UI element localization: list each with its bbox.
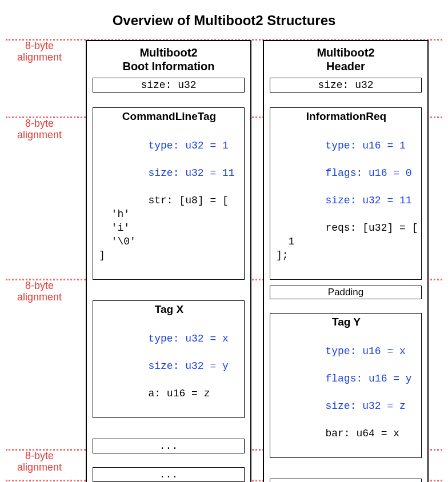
tag-body: bar: u64 = x xyxy=(325,428,399,439)
column-title: Multiboot2Header xyxy=(270,46,422,73)
tag-body: reqs: [u32] = [ 1 ]; xyxy=(276,222,418,261)
tag-body: a: u16 = z xyxy=(148,388,210,399)
tag-title: Tag X xyxy=(99,303,239,316)
page-title: Overview of Multiboot2 Structures xyxy=(0,0,448,34)
ellipsis-box: ... xyxy=(93,467,245,482)
tag-type-line: type: u16 = 1 xyxy=(325,140,405,151)
tag-title: CommandLineTag xyxy=(99,110,239,123)
ellipsis-box: ... xyxy=(93,439,245,453)
ellipsis-box: ... xyxy=(270,479,422,482)
column-boot-information: Multiboot2Boot Information size: u32 Com… xyxy=(86,40,251,482)
tag-size-line: size: u32 = z xyxy=(325,400,405,412)
tag-title: Tag Y xyxy=(276,316,417,328)
tag-flags-line: flags: u16 = y xyxy=(325,373,411,384)
tag-title: InformationReq xyxy=(276,110,417,123)
tag-type-line: type: u32 = 1 xyxy=(148,140,228,151)
tag-body: str: [u8] = [ 'h' 'i' '\0' ] xyxy=(99,195,229,261)
tag-x: Tag X type: u32 = x size: u32 = y a: u16… xyxy=(93,300,245,418)
alignment-label: 8-bytealignment xyxy=(8,118,71,140)
alignment-label: 8-bytealignment xyxy=(8,450,71,473)
alignment-label: 8-bytealignment xyxy=(8,280,71,303)
column-title: Multiboot2Boot Information xyxy=(93,46,245,73)
tag-size-line: size: u32 = y xyxy=(148,360,228,372)
tag-commandlinetag: CommandLineTag type: u32 = 1 size: u32 =… xyxy=(93,107,245,280)
diagram-stage: 8-bytealignment 8-bytealignment 8-byteal… xyxy=(0,38,448,482)
size-field: size: u32 xyxy=(270,78,422,93)
padding-box: Padding xyxy=(270,286,422,299)
tag-y: Tag Y type: u16 = x flags: u16 = y size:… xyxy=(270,313,422,458)
column-header: Multiboot2Header size: u32 InformationRe… xyxy=(263,40,429,482)
tag-size-line: size: u32 = 11 xyxy=(325,195,411,206)
tag-flags-line: flags: u16 = 0 xyxy=(325,167,411,179)
tag-informationreq: InformationReq type: u16 = 1 flags: u16 … xyxy=(270,107,422,280)
tag-size-line: size: u32 = 11 xyxy=(148,167,234,179)
tag-type-line: type: u16 = x xyxy=(325,346,405,357)
size-field: size: u32 xyxy=(93,78,245,93)
tag-type-line: type: u32 = x xyxy=(148,333,228,344)
alignment-label: 8-bytealignment xyxy=(8,40,71,63)
